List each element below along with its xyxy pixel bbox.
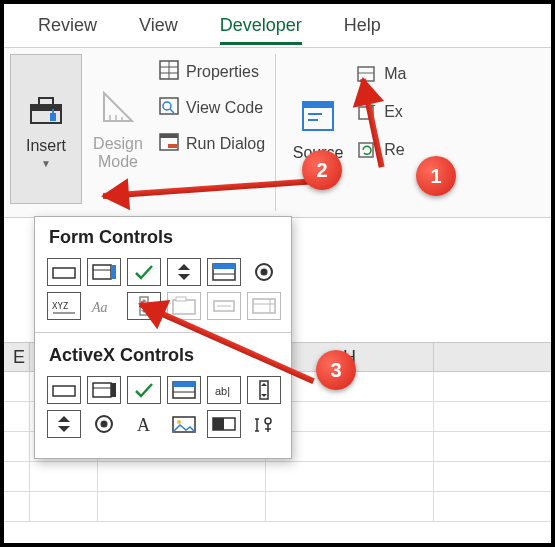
svg-rect-32 <box>213 264 235 269</box>
properties-icon <box>158 59 180 85</box>
svg-text:Aa: Aa <box>91 300 108 315</box>
ax-more-controls-icon[interactable] <box>247 410 281 438</box>
svg-point-35 <box>261 269 268 276</box>
form-text-icon[interactable]: Aa <box>87 292 121 320</box>
svg-line-14 <box>170 109 174 113</box>
svg-rect-27 <box>53 268 75 278</box>
properties-label: Properties <box>186 63 259 81</box>
svg-rect-4 <box>52 109 54 115</box>
ax-button-icon[interactable] <box>47 376 81 404</box>
svg-rect-48 <box>93 383 111 397</box>
annotation-callout-1: 1 <box>416 156 456 196</box>
form-option-icon[interactable] <box>247 258 281 286</box>
view-code-button[interactable]: View Code <box>158 94 265 122</box>
annotation-callout-2: 2 <box>302 150 342 190</box>
svg-rect-44 <box>253 299 275 313</box>
form-spinner-icon[interactable] <box>167 258 201 286</box>
form-combo-icon[interactable] <box>87 258 121 286</box>
tab-view[interactable]: View <box>139 7 178 44</box>
svg-rect-41 <box>176 297 186 301</box>
design-mode-label: DesignMode <box>93 135 143 170</box>
svg-rect-19 <box>303 102 333 108</box>
ax-checkbox-icon[interactable] <box>127 376 161 404</box>
insert-controls-dropdown: Form Controls XYZ Aa ActiveX Controls ab… <box>34 216 292 459</box>
svg-rect-2 <box>39 98 53 105</box>
svg-rect-17 <box>168 144 177 148</box>
properties-button[interactable]: Properties <box>158 58 265 86</box>
ax-option-icon[interactable] <box>87 410 121 438</box>
run-dialog-icon <box>158 131 180 157</box>
annotation-callout-3: 3 <box>316 350 356 390</box>
form-combo2-icon[interactable] <box>247 292 281 320</box>
svg-point-60 <box>177 420 181 424</box>
svg-rect-50 <box>111 383 116 397</box>
svg-text:XYZ: XYZ <box>52 301 69 311</box>
ax-spinner-icon[interactable] <box>47 410 81 438</box>
form-checkbox-icon[interactable] <box>127 258 161 286</box>
toolbox-icon <box>26 89 66 133</box>
tab-help[interactable]: Help <box>344 7 381 44</box>
col-header-e[interactable]: E <box>4 343 30 371</box>
chevron-down-icon: ▼ <box>41 158 51 169</box>
svg-text:A: A <box>137 415 150 435</box>
svg-text:ab|: ab| <box>215 385 230 397</box>
svg-rect-47 <box>53 386 75 396</box>
run-dialog-button[interactable]: Run Dialog <box>158 130 265 158</box>
svg-rect-30 <box>111 265 116 279</box>
svg-rect-16 <box>160 134 178 138</box>
insert-dropdown-button[interactable]: Insert ▼ <box>10 54 82 204</box>
source-pane-icon <box>298 96 338 140</box>
form-listbox-icon[interactable] <box>207 258 241 286</box>
svg-point-57 <box>101 421 108 428</box>
ax-combo-icon[interactable] <box>87 376 121 404</box>
svg-point-63 <box>265 418 271 424</box>
svg-rect-52 <box>173 382 195 387</box>
svg-rect-62 <box>213 418 224 430</box>
run-dialog-label: Run Dialog <box>186 135 265 153</box>
ax-scrollbar-icon[interactable] <box>247 376 281 404</box>
form-controls-header: Form Controls <box>45 227 281 248</box>
view-code-icon <box>158 95 180 121</box>
ax-toggle-icon[interactable] <box>207 410 241 438</box>
form-button2-icon[interactable] <box>207 292 241 320</box>
insert-label: Insert <box>26 137 66 155</box>
ribbon-tabbar: Review View Developer Help <box>4 4 551 48</box>
svg-rect-28 <box>93 265 111 279</box>
form-label-icon[interactable]: XYZ <box>47 292 81 320</box>
ax-listbox-icon[interactable] <box>167 376 201 404</box>
svg-point-13 <box>163 102 171 110</box>
ax-textbox-icon[interactable]: ab| <box>207 376 241 404</box>
view-code-label: View Code <box>186 99 263 117</box>
ruler-triangle-icon <box>98 87 138 131</box>
tab-review[interactable]: Review <box>38 7 97 44</box>
form-button-icon[interactable] <box>47 258 81 286</box>
tab-developer[interactable]: Developer <box>220 7 302 45</box>
ax-image-icon[interactable] <box>167 410 201 438</box>
ax-label-icon[interactable]: A <box>127 410 161 438</box>
